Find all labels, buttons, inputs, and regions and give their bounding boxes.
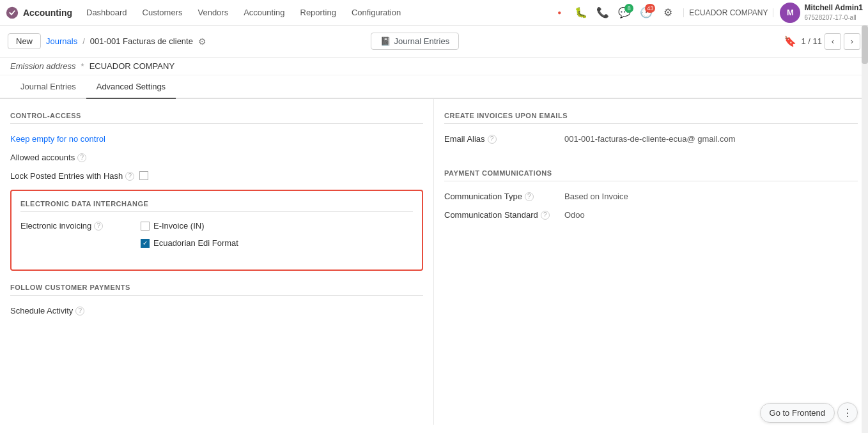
comm-standard-value: Odoo (564, 210, 585, 220)
messages-badge: 8 (624, 4, 633, 13)
main-content: CONTROL-ACCESS Keep empty for no control… (0, 99, 868, 425)
nav-right-area: ● 🐛 📞 💬 8 🕐 43 ⚙ ECUADOR COMPANY M Mitch… (550, 3, 863, 23)
nav-dashboard[interactable]: Dashboard (80, 5, 134, 20)
breadcrumb-current: 001-001 Facturas de cliente (90, 36, 193, 46)
edi-header: ELECTRONIC DATA INTERCHANGE (20, 200, 413, 212)
keep-empty-text[interactable]: Keep empty for no control (10, 134, 423, 144)
right-panel: CREATE INVOICES UPON EMAILS Email Alias … (434, 99, 868, 425)
phone-icon-btn[interactable]: 📞 (594, 4, 612, 22)
breadcrumb-journals-link[interactable]: Journals (46, 36, 77, 46)
nav-accounting[interactable]: Accounting (237, 5, 291, 20)
email-alias-label: Email Alias ? (444, 134, 559, 144)
goto-frontend-button[interactable]: Go to Frontend (760, 403, 835, 423)
lock-posted-label: Lock Posted Entries with Hash ? (10, 171, 134, 181)
user-id: 67528207-17-0-all (804, 13, 863, 22)
pager: 🔖 1 / 11 ‹ › (782, 33, 860, 50)
breadcrumb-separator: / (82, 36, 85, 46)
scrollbar-thumb (862, 26, 868, 64)
email-alias-help[interactable]: ? (488, 135, 497, 144)
gear-icon[interactable]: ⚙ (198, 36, 206, 47)
electronic-invoicing-row: Electronic invoicing ? E-Invoice (IN) Ec… (20, 221, 413, 252)
comm-standard-help[interactable]: ? (541, 211, 550, 220)
ecuadorian-edi-checkbox[interactable] (141, 239, 150, 248)
bug-icon-btn[interactable]: 🐛 (572, 4, 590, 22)
email-alias-row: Email Alias ? 001-001-facturas-de-client… (444, 134, 858, 144)
comm-type-label: Communication Type ? (444, 192, 559, 201)
emission-value: ECUADOR COMPANY (89, 61, 174, 71)
record-icon-btn[interactable]: ● (550, 4, 568, 22)
comm-type-row: Communication Type ? Based on Invoice (444, 192, 858, 201)
settings-icon-btn[interactable]: ⚙ (659, 4, 677, 22)
pager-text: 1 / 11 (801, 36, 822, 46)
comm-type-help[interactable]: ? (525, 192, 534, 201)
allowed-accounts-row: Allowed accounts ? (10, 153, 423, 162)
left-panel: CONTROL-ACCESS Keep empty for no control… (0, 99, 434, 425)
breadcrumb-bar: New Journals / 001-001 Facturas de clien… (0, 26, 868, 57)
messages-icon-btn[interactable]: 💬 8 (616, 4, 633, 22)
nav-customers[interactable]: Customers (136, 5, 189, 20)
schedule-activity-label: Schedule Activity ? (10, 306, 125, 315)
electronic-invoicing-label: Electronic invoicing ? (20, 221, 136, 231)
tab-journal-entries[interactable]: Journal Entries (10, 75, 86, 99)
user-name: Mitchell Admin1 (804, 3, 863, 13)
edi-checkboxes: E-Invoice (IN) Ecuadorian Edi Format (141, 221, 238, 252)
app-name: Accounting (23, 8, 72, 18)
nav-vendors[interactable]: Vendors (191, 5, 235, 20)
journal-entries-label: Journal Entries (394, 36, 450, 46)
emission-colon: * (81, 61, 84, 71)
email-alias-value: 001-001-facturas-de-cliente-ecua@ gmail.… (564, 134, 736, 144)
user-info: Mitchell Admin1 67528207-17-0-all (804, 3, 863, 22)
lock-posted-help[interactable]: ? (125, 172, 134, 181)
einvoice-in-checkbox[interactable] (141, 222, 150, 231)
svg-point-0 (6, 6, 18, 18)
nav-reporting[interactable]: Reporting (294, 5, 343, 20)
control-access-header: CONTROL-ACCESS (10, 112, 423, 124)
scrollbar-track (862, 26, 868, 433)
schedule-activity-help[interactable]: ? (75, 307, 84, 315)
top-navigation: Accounting Dashboard Customers Vendors A… (0, 0, 868, 26)
nav-configuration[interactable]: Configuration (345, 5, 407, 20)
edi-section: ELECTRONIC DATA INTERCHANGE Electronic i… (10, 190, 423, 271)
ecuadorian-edi-row: Ecuadorian Edi Format (141, 238, 238, 248)
user-avatar[interactable]: M (780, 3, 800, 23)
activity-badge: 43 (645, 4, 655, 13)
lock-posted-row: Lock Posted Entries with Hash ? (10, 171, 423, 181)
comm-type-value: Based on Invoice (564, 192, 628, 201)
company-name[interactable]: ECUADOR COMPANY (683, 8, 773, 17)
activity-icon-btn[interactable]: 🕐 43 (637, 4, 655, 22)
create-invoices-header: CREATE INVOICES UPON EMAILS (444, 112, 858, 124)
comm-standard-label: Communication Standard ? (444, 210, 559, 220)
journal-entries-book-icon: 📓 (380, 36, 391, 46)
electronic-invoicing-help[interactable]: ? (94, 222, 103, 231)
new-button[interactable]: New (8, 33, 41, 49)
emission-row: Emission address * ECUADOR COMPANY (0, 57, 868, 75)
einvoice-in-label: E-Invoice (IN) (153, 221, 204, 231)
lock-posted-checkbox[interactable] (139, 171, 148, 180)
app-logo[interactable]: Accounting (5, 6, 72, 20)
follow-header: FOLLOW CUSTOMER PAYMENTS (10, 284, 423, 296)
allowed-accounts-help[interactable]: ? (77, 153, 86, 162)
ecuadorian-edi-label: Ecuadorian Edi Format (153, 238, 238, 248)
bookmark-icon-btn[interactable]: 🔖 (782, 33, 798, 50)
schedule-activity-row: Schedule Activity ? (10, 306, 423, 315)
pager-next-button[interactable]: › (844, 33, 860, 50)
payment-comm-header: PAYMENT COMMUNICATIONS (444, 169, 858, 181)
tab-advanced-settings[interactable]: Advanced Settings (86, 75, 176, 99)
bottom-action-area: Go to Frontend ⋮ (760, 402, 858, 423)
kebab-menu-button[interactable]: ⋮ (837, 402, 858, 423)
journal-entries-button[interactable]: 📓 Journal Entries (371, 33, 460, 50)
tabs-row: Journal Entries Advanced Settings (0, 75, 868, 99)
emission-label: Emission address (10, 61, 76, 71)
comm-standard-row: Communication Standard ? Odoo (444, 210, 858, 220)
einvoice-in-row: E-Invoice (IN) (141, 221, 238, 231)
allowed-accounts-label: Allowed accounts ? (10, 153, 125, 162)
pager-prev-button[interactable]: ‹ (825, 33, 841, 50)
